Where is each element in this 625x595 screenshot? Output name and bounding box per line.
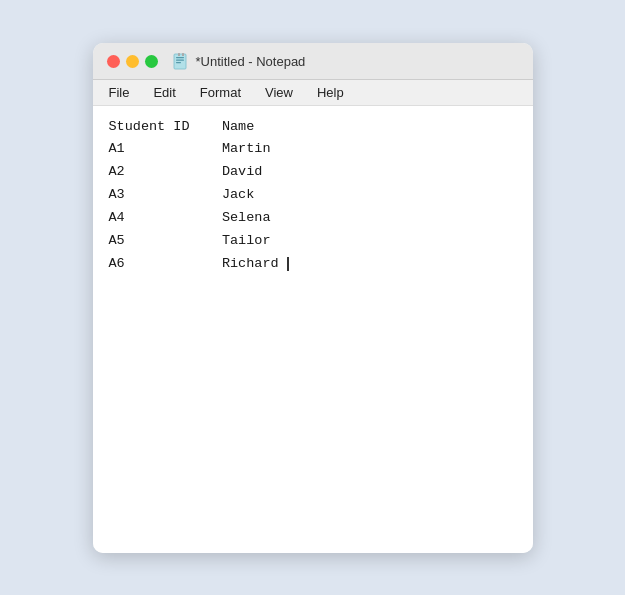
notepad-icon [172,53,190,71]
text-editor-area[interactable]: Student ID NameA1 MartinA2 DavidA3 JackA… [93,106,533,553]
maximize-button[interactable] [145,55,158,68]
text-cursor [287,257,289,271]
close-button[interactable] [107,55,120,68]
svg-rect-2 [176,59,184,60]
title-bar: *Untitled - Notepad [93,43,533,80]
menu-help[interactable]: Help [313,84,348,101]
menu-edit[interactable]: Edit [149,84,179,101]
text-line: A3 Jack [109,184,517,207]
text-content[interactable]: Student ID NameA1 MartinA2 DavidA3 JackA… [109,116,517,277]
menu-file[interactable]: File [105,84,134,101]
window-title: *Untitled - Notepad [196,54,306,69]
menu-format[interactable]: Format [196,84,245,101]
svg-rect-3 [176,62,181,63]
text-line: A1 Martin [109,138,517,161]
traffic-lights [107,55,158,68]
window-title-area: *Untitled - Notepad [172,53,306,71]
menu-bar: File Edit Format View Help [93,80,533,106]
svg-rect-1 [176,57,184,58]
notepad-window: *Untitled - Notepad File Edit Format Vie… [93,43,533,553]
text-line: A4 Selena [109,207,517,230]
svg-rect-4 [178,53,180,56]
menu-view[interactable]: View [261,84,297,101]
text-line: A5 Tailor [109,230,517,253]
minimize-button[interactable] [126,55,139,68]
text-line: Student ID Name [109,116,517,139]
svg-rect-0 [174,54,186,69]
text-line: A2 David [109,161,517,184]
text-line: A6 Richard [109,253,517,276]
svg-rect-5 [182,53,184,56]
